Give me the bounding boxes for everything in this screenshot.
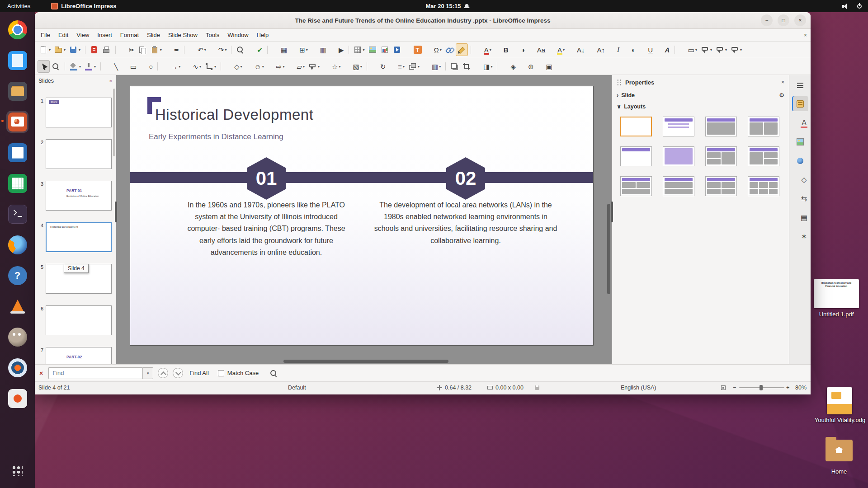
zoom-slider[interactable] (739, 387, 784, 388)
toolbar-redo-button[interactable]: ↷ ▾ (208, 43, 229, 56)
zoom-level-label[interactable]: 80% (795, 385, 807, 391)
dock-item-libreoffice-calc[interactable] (6, 172, 28, 194)
focused-app-indicator[interactable]: LibreOffice Impress (51, 3, 116, 9)
toolbar-print-button[interactable]: ▾ (100, 43, 113, 56)
toolbar-character-spacing-button[interactable]: ◐ ▾ (621, 43, 637, 56)
slide-thumbnail-6[interactable]: 6 (35, 305, 116, 335)
language-status[interactable]: English (USA) (621, 385, 656, 391)
toolbar-insert-image-button[interactable]: ▾ (367, 43, 379, 56)
toolbar-line-callouts-button[interactable]: ▾ (714, 43, 729, 56)
slide-thumbnail-1[interactable]: 1 20XX (35, 98, 116, 127)
layout-title-two-content[interactable] (748, 117, 779, 136)
draw-symbol-shapes-button[interactable]: ☺ ▾ (244, 60, 266, 73)
draw-line-color-button[interactable]: ▾ (83, 60, 98, 73)
toolbar-find-and-replace-button[interactable]: ▾ (234, 43, 246, 56)
activities-button[interactable]: Activities (0, 0, 38, 12)
toolbar-callout-shapes-button[interactable]: ▾ (699, 43, 714, 56)
layout-centered-text[interactable] (663, 146, 694, 166)
toolbar-legacy-callouts-button[interactable]: ▾ (729, 43, 744, 56)
layout-two-content-over-content[interactable] (620, 176, 652, 196)
draw-rotate-button[interactable]: ↻ ▾ (370, 60, 388, 73)
draw-insert-line-button[interactable]: ╲ ▾ (104, 60, 120, 73)
dock-item-help[interactable]: ? (6, 264, 28, 286)
layout-title-only[interactable] (620, 146, 652, 166)
master-slides-tab[interactable]: ▤ (792, 210, 808, 225)
desktop-icon-untitled-pdf[interactable]: Blockchain Technology and Financial Inno… (814, 279, 859, 308)
layout-two-content-and-content[interactable] (705, 146, 737, 166)
menu-view[interactable]: View (72, 30, 93, 40)
toolbar-snap-guides-button[interactable]: ⊞ ▾ (289, 43, 310, 56)
timeline-text-1[interactable]: In the 1960s and 1970s, pioneers like th… (184, 199, 349, 258)
styles-tab[interactable]: A (792, 115, 808, 130)
menu-edit[interactable]: Edit (54, 30, 72, 40)
toolbar-spelling-button[interactable]: ✔ ▾ (246, 43, 264, 56)
menu-window[interactable]: Window (223, 30, 252, 40)
toolbar-increase-font-size-button[interactable]: A↑ ▾ (587, 43, 607, 56)
section-layouts[interactable]: ∨ Layouts (612, 101, 789, 112)
dock-item-snap-store[interactable] (6, 387, 28, 409)
toolbar-export-pdf-button[interactable]: ▾ (88, 43, 100, 56)
toolbar-insert-chart-button[interactable]: ▾ (379, 43, 391, 56)
layout-content-over-content[interactable] (663, 176, 694, 196)
layout-blank[interactable] (620, 117, 652, 136)
toolbar-show-draw-functions-button[interactable]: ▾ (456, 43, 468, 56)
horizontal-scrollbar[interactable] (116, 360, 606, 363)
menu-tools[interactable]: Tools (202, 30, 223, 40)
sidebar-menu[interactable] (792, 77, 808, 92)
zoom-slider-thumb[interactable] (760, 385, 763, 390)
toolbar-highlight-color-button[interactable]: A ▾ (547, 43, 566, 56)
toolbar-toggle-case-button[interactable]: Aa ▾ (527, 43, 547, 56)
master-slide-status[interactable]: Default (288, 385, 306, 391)
toolbar-paste-button[interactable]: ▾ (149, 43, 164, 56)
minimize-button[interactable]: − (761, 14, 773, 26)
draw-basic-shapes-button[interactable]: ◇ ▾ (224, 60, 244, 73)
panel-splitter-right[interactable] (611, 202, 613, 222)
match-case-checkbox[interactable] (218, 370, 224, 376)
find-close-icon[interactable]: × (39, 370, 43, 377)
draw-image-filter-button[interactable]: ◨ ▾ (473, 60, 494, 73)
draw-block-arrows-button[interactable]: ⇨ ▾ (266, 60, 287, 73)
slide-thumbnail-frame[interactable]: PART-02 (46, 347, 112, 364)
toolbar-fontwork-button[interactable]: A ▾ (653, 43, 673, 56)
close-button[interactable]: × (794, 14, 806, 26)
draw-callout-shapes-button[interactable]: ▾ (307, 60, 321, 73)
panel-grip-icon[interactable] (617, 79, 622, 86)
draw-distribution-button[interactable]: ▥ ▾ (421, 60, 443, 73)
toolbar-italic-button[interactable]: I ▾ (607, 43, 621, 56)
find-next-button[interactable] (173, 368, 183, 378)
layout-title-slide[interactable] (663, 117, 694, 136)
layout-title-content[interactable] (705, 117, 737, 136)
toolbar-start-slideshow-button[interactable]: ▶ ▾ (328, 43, 346, 56)
draw-lines-and-arrows-button[interactable]: → ▾ (160, 60, 182, 73)
timeline-badge-1[interactable]: 01 (247, 157, 286, 200)
horizontal-scroll-thumb[interactable] (283, 360, 448, 363)
slide-thumbnail-frame[interactable]: 20XX (46, 98, 112, 127)
timeline-text-2[interactable]: The development of local area networks (… (373, 199, 558, 247)
draw-zoom-pan-button[interactable]: ▾ (50, 60, 62, 73)
toolbar-undo-button[interactable]: ↶ ▾ (187, 43, 208, 56)
draw-select-button[interactable]: ▾ (38, 60, 50, 73)
toolbar-save-button[interactable]: ▾ (67, 43, 82, 56)
layout-four-content[interactable] (705, 176, 737, 196)
slide-thumbnail-2[interactable]: 2 (35, 139, 116, 169)
section-slide[interactable]: › Slide ⚙ (612, 89, 789, 101)
toolbar-copy-button[interactable]: ▾ (137, 43, 149, 56)
draw-glue-points-button[interactable]: ⊕ ▾ (518, 60, 536, 73)
toolbar-insert-hyperlink-button[interactable]: ▾ (443, 43, 456, 56)
slide-thumbnail-4[interactable]: 4 Historical Development (35, 222, 116, 252)
dock-item-libreoffice-writer[interactable] (6, 141, 28, 164)
dock-item-libreoffice-impress[interactable] (6, 111, 28, 133)
draw-connectors-button[interactable]: ▾ (203, 60, 218, 73)
draw-stars-and-banners-button[interactable]: ☆ ▾ (321, 60, 342, 73)
draw-ellipse-button[interactable]: ○ ▾ (138, 60, 155, 73)
navigator-tab[interactable] (792, 153, 808, 168)
slide-title[interactable]: Historical Development (155, 106, 313, 123)
toolbar-cut-button[interactable]: ✂ ▾ (118, 43, 137, 56)
zoom-out-button[interactable]: − (733, 385, 736, 391)
draw-flowchart-shapes-button[interactable]: ▱ ▾ (286, 60, 307, 73)
toolbar-new-document-button[interactable]: ▾ (38, 43, 52, 56)
toolbar-bold-button[interactable]: B ▾ (493, 43, 510, 56)
draw-fill-color-button[interactable]: ▾ (68, 60, 83, 73)
toolbar-clone-formatting-button[interactable]: ✒ ▾ (164, 43, 182, 56)
slide-thumbnail-frame[interactable] (46, 139, 112, 169)
